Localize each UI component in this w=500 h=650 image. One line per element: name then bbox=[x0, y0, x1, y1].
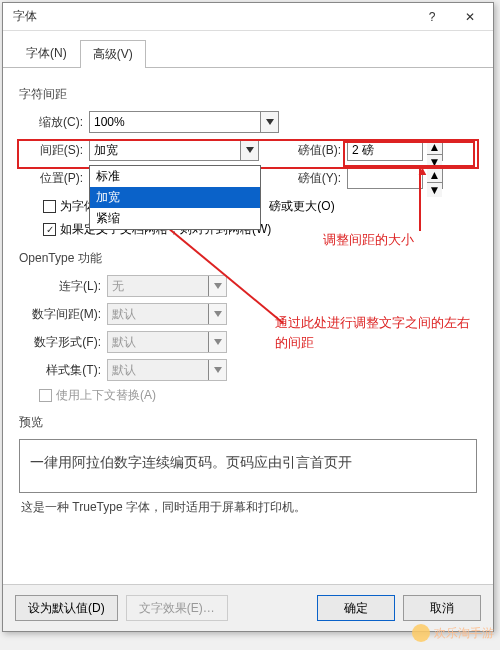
combo-style-set[interactable]: 默认 bbox=[107, 359, 227, 381]
label-points-b: 磅值(B): bbox=[285, 142, 343, 159]
preview-hint: 这是一种 TrueType 字体，同时适用于屏幕和打印机。 bbox=[21, 499, 477, 516]
label-context-alt: 使用上下文替换(A) bbox=[56, 387, 156, 404]
dropdown-opt-standard[interactable]: 标准 bbox=[90, 166, 260, 187]
input-points-b[interactable]: 2 磅 bbox=[347, 139, 423, 161]
combo-spacing[interactable]: 加宽 bbox=[89, 139, 259, 161]
arrowhead-1: ▲ bbox=[416, 163, 429, 178]
spinner-points-b[interactable]: ▲▼ bbox=[427, 139, 443, 161]
label-spacing: 间距(S): bbox=[19, 142, 85, 159]
chevron-down-icon[interactable] bbox=[240, 140, 258, 160]
label-points-y: 磅值(Y): bbox=[285, 170, 343, 187]
combo-num-form[interactable]: 默认 bbox=[107, 331, 227, 353]
checkbox-snap-grid[interactable] bbox=[43, 223, 56, 236]
label-scale: 缩放(C): bbox=[19, 114, 85, 131]
button-ok[interactable]: 确定 bbox=[317, 595, 395, 621]
tab-advanced[interactable]: 高级(V) bbox=[80, 40, 146, 68]
dropdown-opt-expanded[interactable]: 加宽 bbox=[90, 187, 260, 208]
titlebar: 字体 ? ✕ bbox=[3, 3, 493, 31]
button-text-effects: 文字效果(E)… bbox=[126, 595, 228, 621]
spinner-points-y[interactable]: ▲▼ bbox=[427, 167, 443, 189]
chevron-down-icon[interactable] bbox=[260, 112, 278, 132]
checkbox-context-alt[interactable] bbox=[39, 389, 52, 402]
annotation-text-2: 通过此处进行调整文字之间的左右的间距 bbox=[275, 313, 475, 352]
annotation-text-1: 调整间距的大小 bbox=[323, 231, 414, 249]
watermark-icon bbox=[412, 624, 430, 642]
label-style-set: 样式集(T): bbox=[19, 362, 103, 379]
tab-font[interactable]: 字体(N) bbox=[13, 39, 80, 67]
preview-box: 一律用阿拉伯数字连续编页码。页码应由引言首页开 bbox=[19, 439, 477, 493]
dropdown-opt-condensed[interactable]: 紧缩 bbox=[90, 208, 260, 229]
section-preview: 预览 bbox=[19, 414, 477, 431]
close-button[interactable]: ✕ bbox=[451, 4, 489, 30]
label-num-spacing: 数字间距(M): bbox=[19, 306, 103, 323]
input-points-y[interactable] bbox=[347, 167, 423, 189]
label-position: 位置(P): bbox=[19, 170, 85, 187]
help-button[interactable]: ? bbox=[413, 4, 451, 30]
window-title: 字体 bbox=[7, 8, 413, 25]
tab-strip: 字体(N) 高级(V) bbox=[3, 31, 493, 68]
label-ligature: 连字(L): bbox=[19, 278, 103, 295]
chevron-down-icon[interactable] bbox=[208, 360, 226, 380]
font-dialog: 字体 ? ✕ 字体(N) 高级(V) 字符间距 缩放(C): 100% 间距(S… bbox=[2, 2, 494, 632]
button-cancel[interactable]: 取消 bbox=[403, 595, 481, 621]
section-char-spacing: 字符间距 bbox=[19, 86, 477, 103]
combo-scale[interactable]: 100% bbox=[89, 111, 279, 133]
label-num-form: 数字形式(F): bbox=[19, 334, 103, 351]
button-set-default[interactable]: 设为默认值(D) bbox=[15, 595, 118, 621]
dropdown-spacing-list: 标准 加宽 紧缩 bbox=[89, 165, 261, 230]
watermark: 欢乐淘手游 bbox=[412, 624, 494, 642]
checkbox-kerning[interactable] bbox=[43, 200, 56, 213]
annotation-arrow-1 bbox=[419, 169, 421, 231]
chevron-down-icon[interactable] bbox=[208, 332, 226, 352]
